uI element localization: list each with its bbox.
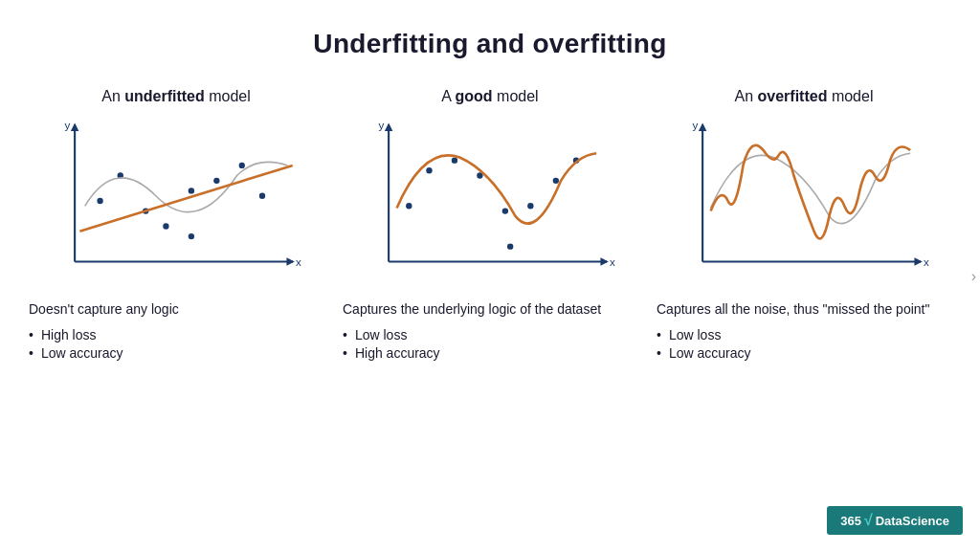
good-bullet-2: High accuracy	[343, 345, 440, 361]
good-bullets: Low loss High accuracy	[343, 327, 440, 364]
svg-point-23	[426, 167, 432, 173]
overfitted-bullets: Low loss Low accuracy	[657, 327, 751, 364]
svg-point-14	[189, 233, 194, 239]
good-description: Captures the underlying logic of the dat…	[343, 300, 601, 320]
svg-marker-18	[385, 122, 392, 130]
svg-point-9	[163, 223, 168, 229]
svg-point-30	[507, 243, 513, 249]
svg-marker-2	[71, 122, 78, 130]
svg-point-11	[213, 178, 219, 184]
svg-point-28	[553, 178, 559, 184]
svg-marker-33	[699, 122, 706, 130]
underfitted-description: Doesn't capture any logic	[29, 300, 179, 320]
overfitted-description: Captures all the noise, thus "missed the…	[657, 300, 929, 320]
underfitted-bullet-1: High loss	[29, 327, 123, 342]
good-chart: y x	[343, 115, 637, 287]
nav-arrow[interactable]: ›	[971, 268, 976, 285]
overfitted-title: An overfitted model	[735, 88, 874, 105]
good-col: A good model y x	[343, 88, 637, 364]
svg-marker-34	[914, 257, 922, 265]
svg-point-6	[97, 198, 102, 204]
svg-text:y: y	[65, 119, 71, 131]
good-bullet-1: Low loss	[343, 327, 440, 342]
underfitted-bullet-2: Low accuracy	[29, 345, 123, 361]
page: Underfitting and overfitting An underfit…	[0, 0, 980, 552]
good-title: A good model	[441, 88, 538, 105]
svg-text:x: x	[296, 255, 301, 268]
svg-point-26	[502, 208, 508, 213]
overfitted-bullet-2: Low accuracy	[657, 345, 751, 361]
svg-text:y: y	[379, 119, 385, 131]
underfitted-col: An underfitted model y x	[29, 88, 323, 364]
brand-symbol: √	[864, 512, 873, 529]
svg-marker-19	[600, 257, 608, 265]
underfitted-bullets: High loss Low accuracy	[29, 327, 123, 364]
svg-text:y: y	[693, 119, 699, 131]
svg-point-10	[189, 188, 194, 193]
svg-text:x: x	[924, 255, 929, 268]
brand-label: DataScience	[876, 514, 949, 528]
svg-point-12	[239, 163, 245, 168]
charts-row: An underfitted model y x	[29, 88, 951, 364]
svg-text:x: x	[610, 255, 615, 268]
brand-number: 365	[840, 514, 861, 528]
overfitted-col: An overfitted model y x Captures a	[657, 88, 951, 364]
underfitted-title: An underfitted model	[101, 88, 251, 105]
svg-point-22	[406, 203, 412, 209]
underfitted-chart: y x	[29, 115, 323, 287]
overfitted-chart: y x	[657, 115, 951, 287]
svg-marker-3	[286, 257, 294, 265]
overfitted-bullet-1: Low loss	[657, 327, 751, 342]
svg-point-13	[259, 193, 265, 199]
svg-point-27	[527, 203, 533, 209]
page-title: Underfitting and overfitting	[313, 29, 666, 59]
brand-badge: 365 √ DataScience	[827, 506, 963, 535]
svg-point-24	[452, 157, 457, 163]
